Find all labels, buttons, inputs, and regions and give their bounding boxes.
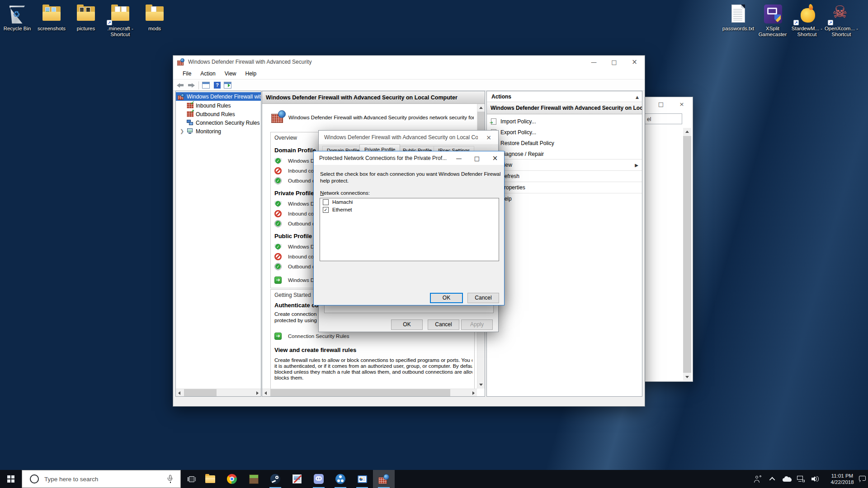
start-button[interactable] xyxy=(0,470,22,488)
microphone-icon[interactable] xyxy=(168,475,173,483)
people-icon[interactable] xyxy=(751,470,764,488)
back-icon[interactable] xyxy=(177,82,184,88)
hamachi-checkbox[interactable] xyxy=(323,199,329,205)
taskbar-hamachi[interactable] xyxy=(330,470,351,488)
action-import-policy[interactable]: Import Policy... xyxy=(487,116,642,127)
desktop-icon-label: mods xyxy=(137,26,172,32)
chrome-icon xyxy=(227,474,237,484)
cortana-icon[interactable] xyxy=(30,474,39,483)
taskbar-search-box[interactable]: Type here to search xyxy=(22,470,181,488)
expander-chevron-icon[interactable]: ❯ xyxy=(180,128,184,134)
menu-file[interactable]: File xyxy=(178,69,196,78)
blocked-icon xyxy=(274,167,282,174)
action-diagnose-repair[interactable]: Diagnose / Repair xyxy=(487,148,642,160)
titlebar[interactable]: Windows Defender Firewall with Advanced … xyxy=(173,56,645,68)
tree-item-inbound-rules[interactable]: ↙ Inbound Rules xyxy=(176,101,261,110)
taskbar-search-text[interactable]: Type here to search xyxy=(44,476,98,483)
help-icon[interactable]: ? xyxy=(214,82,221,89)
cp-scrollbar[interactable] xyxy=(683,128,691,381)
desktop-icon-passwords-txt[interactable]: passwords.txt xyxy=(721,4,755,32)
taskbar-steam[interactable] xyxy=(264,470,286,488)
folder-pictures-icon xyxy=(34,4,69,24)
menubar: File Action View Help xyxy=(173,68,645,79)
control-panel-icon xyxy=(358,475,367,483)
minimize-button[interactable]: — xyxy=(584,56,604,68)
connection-row-ethernet[interactable]: ✓ Ethernet xyxy=(320,206,499,214)
tree-hscrollbar[interactable] xyxy=(176,389,261,396)
taskbar-chrome[interactable] xyxy=(221,470,243,488)
console-tree-pane: Windows Defender Firewall with Advanced … xyxy=(175,91,261,397)
connection-security-rules-link[interactable]: Connection Security Rules xyxy=(288,333,349,339)
action-center-icon[interactable] xyxy=(857,470,868,488)
action-restore-default-policy[interactable]: Restore Default Policy xyxy=(487,137,642,149)
volume-icon[interactable] xyxy=(808,470,822,488)
desktop-icon-xsplit[interactable]: XSplit Gamecaster xyxy=(755,4,790,38)
desktop-icon-stardew-shortcut[interactable]: ↗ StardewM... - Shortcut xyxy=(790,4,824,38)
action-export-policy[interactable]: Export Policy... xyxy=(487,127,642,138)
show-console-tree-icon[interactable] xyxy=(202,82,210,89)
taskbar-paint-dotnet[interactable] xyxy=(286,470,308,488)
action-refresh[interactable]: Refresh xyxy=(487,170,642,182)
tree-item-monitoring[interactable]: ❯ Monitoring xyxy=(176,127,261,136)
clock-date[interactable]: 11:01 PM 4/22/2018 xyxy=(823,470,862,488)
taskbar-windows-firewall[interactable] xyxy=(373,470,395,488)
action-view[interactable]: View▶ xyxy=(487,159,642,170)
connection-label: Ethernet xyxy=(332,207,352,212)
results-header: Windows Defender Firewall with Advanced … xyxy=(262,91,485,104)
menu-action[interactable]: Action xyxy=(196,69,220,78)
maximize-button[interactable]: □ xyxy=(468,151,486,165)
cp-search-text: el xyxy=(647,116,651,122)
tree-hscrollbar-thumb[interactable] xyxy=(184,389,217,396)
properties-ok-button[interactable]: OK xyxy=(391,319,423,330)
results-hscrollbar-thumb[interactable] xyxy=(270,389,450,396)
maximize-button[interactable]: □ xyxy=(653,97,669,111)
actions-group-header[interactable]: Windows Defender Firewall with Advanced … xyxy=(487,102,642,114)
tree-item-outbound-rules[interactable]: ↗ Outbound Rules xyxy=(176,110,261,118)
connection-row-hamachi[interactable]: Hamachi xyxy=(320,198,499,206)
desktop-icon-recycle-bin[interactable]: ♻ Recycle Bin xyxy=(0,4,34,32)
discord-icon xyxy=(314,474,324,484)
onedrive-icon[interactable] xyxy=(780,470,794,488)
menu-view[interactable]: View xyxy=(220,69,241,78)
net-dialog-titlebar[interactable]: Protected Network Connections for the Pr… xyxy=(314,151,504,165)
net-cancel-button[interactable]: Cancel xyxy=(467,293,499,303)
collapse-chevron-icon[interactable]: ▲ xyxy=(636,102,639,103)
close-button[interactable]: × xyxy=(486,151,504,165)
action-properties[interactable]: Properties xyxy=(487,182,642,193)
shield-check-icon xyxy=(274,200,282,207)
tree-root[interactable]: Windows Defender Firewall with Advanced … xyxy=(176,92,261,101)
close-button[interactable]: × xyxy=(674,97,689,111)
cp-scrollbar-thumb[interactable] xyxy=(683,136,691,373)
taskbar-discord[interactable] xyxy=(308,470,330,488)
properties-dialog-titlebar[interactable]: Windows Defender Firewall with Advanced … xyxy=(319,131,498,144)
tray-overflow-chevron-icon[interactable] xyxy=(767,470,778,488)
action-pane-icon[interactable] xyxy=(224,82,231,89)
close-button[interactable]: × xyxy=(624,56,645,68)
ethernet-checkbox[interactable]: ✓ xyxy=(323,207,329,213)
taskbar-file-explorer[interactable] xyxy=(199,470,221,488)
taskbar-control-panel[interactable] xyxy=(351,470,373,488)
net-ok-button[interactable]: OK xyxy=(430,293,463,303)
properties-cancel-button[interactable]: Cancel xyxy=(428,319,459,330)
desktop-icon-screenshots[interactable]: screenshots xyxy=(34,4,69,32)
taskbar-minecraft[interactable] xyxy=(243,470,264,488)
desktop-icon-minecraft-shortcut[interactable]: ↗ .minecraft - Shortcut xyxy=(103,4,137,38)
network-icon[interactable] xyxy=(794,470,807,488)
desktop-icon-openxcom-shortcut[interactable]: ☠ ↗ OpenXcom... - Shortcut xyxy=(824,4,859,38)
properties-apply-button[interactable]: Apply xyxy=(461,319,493,330)
maximize-button[interactable]: □ xyxy=(604,56,624,68)
protected-connections-dialog[interactable]: Protected Network Connections for the Pr… xyxy=(313,151,505,305)
close-button[interactable]: × xyxy=(479,131,498,144)
menu-help[interactable]: Help xyxy=(241,69,261,78)
minimize-button[interactable]: — xyxy=(450,151,468,165)
desktop-icon-pictures[interactable]: pictures xyxy=(69,4,103,32)
view-create-rules-heading: View and create firewall rules xyxy=(274,347,356,353)
desktop-icon-mods[interactable]: mods xyxy=(137,4,172,32)
forward-icon[interactable] xyxy=(188,82,195,88)
desktop-icon-label: passwords.txt xyxy=(721,26,755,32)
action-help[interactable]: Help xyxy=(487,193,642,204)
toolbar: ? xyxy=(173,79,645,91)
network-connections-list[interactable]: Hamachi ✓ Ethernet xyxy=(320,198,499,261)
results-hscrollbar[interactable] xyxy=(262,389,477,396)
tree-item-connection-security-rules[interactable]: Connection Security Rules xyxy=(176,118,261,127)
